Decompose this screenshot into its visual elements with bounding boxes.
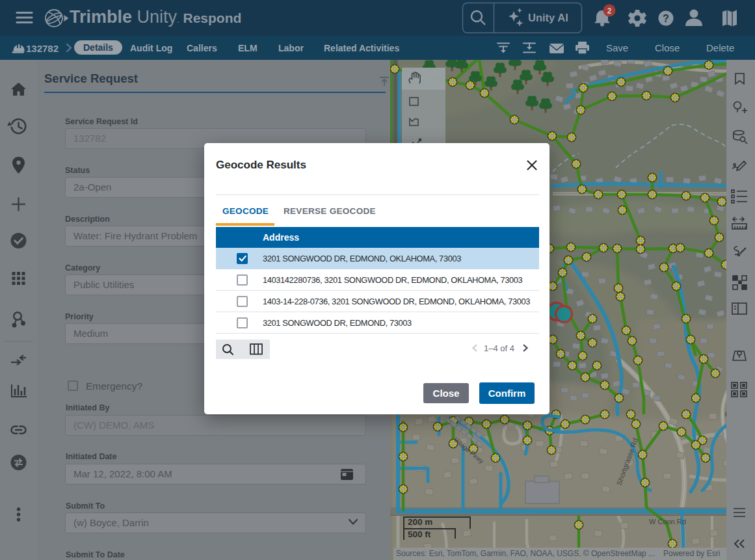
svg-text:W Coon Rd: W Coon Rd: [649, 518, 686, 526]
svg-text:?: ?: [663, 13, 669, 24]
svg-text:Powered by Esri: Powered by Esri: [663, 549, 720, 558]
svg-text:200 m: 200 m: [408, 517, 432, 527]
svg-text:Sources: Esri, TomTom, Garmin,: Sources: Esri, TomTom, Garmin, FAO, NOAA…: [396, 549, 655, 558]
svg-text:Unity AI: Unity AI: [528, 12, 568, 23]
svg-text:2: 2: [607, 7, 612, 16]
svg-text:132782: 132782: [26, 43, 59, 54]
svg-text:500 ft: 500 ft: [408, 529, 431, 539]
